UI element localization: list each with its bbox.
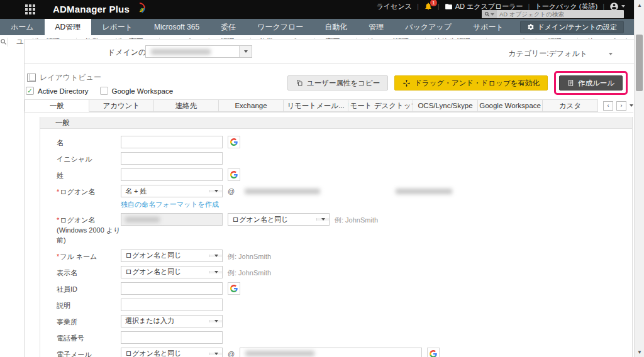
phone-input[interactable] <box>121 331 223 344</box>
general-form: 一般 名 イニシャル 姓 <box>40 117 633 357</box>
chevron-down-icon <box>316 218 329 221</box>
tab-ocs-lync-skype[interactable]: OCS/Lync/Skype <box>413 99 478 112</box>
field-label: 事業所 <box>57 317 121 327</box>
field-label: イニシャル <box>57 155 121 165</box>
field-label: 名 <box>57 138 121 148</box>
upn-domain-select[interactable] <box>240 185 506 197</box>
google-sync-icon <box>427 348 440 357</box>
google-workspace-checkbox[interactable]: Google Workspace <box>100 87 174 95</box>
copy-user-attributes-button[interactable]: ユーザー属性をコピー <box>287 75 388 91</box>
field-email: 電子メール ログオン名と同じ @ <box>57 348 632 357</box>
display-name-format-select[interactable]: ログオン名と同じ <box>121 266 223 278</box>
ad-object-search[interactable] <box>482 10 624 18</box>
search-icon[interactable] <box>482 10 497 18</box>
checkbox-checked-icon: ✓ <box>26 87 34 95</box>
field-first-name: 名 <box>57 136 632 148</box>
domain-tenant-settings-button[interactable]: ドメイン/テナントの設定 <box>520 21 624 33</box>
separator: | <box>602 3 604 10</box>
tab-google-workspace[interactable]: Google Workspace <box>478 99 543 112</box>
tab-admin[interactable]: 管理 <box>358 19 394 35</box>
google-workspace-label: Google Workspace <box>112 87 174 95</box>
tab-scroll-left-button[interactable]: ‹ <box>603 101 613 111</box>
notification-badge: 1 <box>430 0 437 6</box>
redacted-value <box>245 189 320 194</box>
redacted-value <box>396 189 452 194</box>
tab-general[interactable]: 一般 <box>25 99 89 112</box>
tab-reports[interactable]: レポート <box>91 19 143 35</box>
create-naming-format-link[interactable]: 独自の命名フォーマットを作成 <box>121 200 506 209</box>
field-label: ログオン名 <box>60 188 95 195</box>
email-domain-input[interactable] <box>240 348 422 357</box>
field-label: 姓 <box>57 171 121 181</box>
pre2000-logon-input[interactable] <box>121 213 223 226</box>
app-window: ▲ ▼ ADManager Plus ライセンス | 1 | <box>0 0 644 357</box>
required-mark: * <box>57 188 59 195</box>
field-office: 事業所 選択または入力 <box>57 315 632 327</box>
tab-list-dropdown-icon[interactable] <box>630 104 633 107</box>
layout-view-toggle[interactable]: レイアウトビュー <box>27 72 101 83</box>
tab-remote-mail[interactable]: リモートメール... <box>284 99 348 112</box>
creation-rules-button[interactable]: 作成ルール <box>559 75 623 91</box>
employee-id-input[interactable] <box>121 282 223 295</box>
tab-microsoft-365[interactable]: Microsoft 365 <box>143 19 210 35</box>
vertical-scrollbar[interactable]: ▲ ▼ <box>634 0 644 357</box>
settings-button-label: ドメイン/テナントの設定 <box>538 23 617 32</box>
tab-backup[interactable]: バックアップ <box>394 19 462 35</box>
tab-exchange[interactable]: Exchange <box>219 99 284 112</box>
field-label: 電子メール <box>57 350 121 357</box>
document-icon <box>567 79 574 87</box>
google-sync-icon <box>228 136 240 148</box>
menu-search-icon[interactable] <box>0 38 8 47</box>
select-value: ログオン名と同じ <box>121 267 182 277</box>
field-label: ログオン名 (Windows 2000 より前) <box>57 216 120 244</box>
full-name-format-select[interactable]: ログオン名と同じ <box>121 250 223 262</box>
notifications-button[interactable]: 1 <box>424 2 433 11</box>
apps-grid-icon[interactable] <box>25 4 36 15</box>
scroll-up-arrow-icon[interactable]: ▲ <box>635 0 644 10</box>
office-select[interactable]: 選択または入力 <box>121 315 223 327</box>
category-selector[interactable]: カテゴリー:デフォルト <box>508 48 613 59</box>
initials-input[interactable] <box>121 152 223 165</box>
tab-contact[interactable]: 連絡先 <box>154 99 219 112</box>
tab-workflow[interactable]: ワークフロー <box>247 19 314 35</box>
select-value: ログオン名と同じ <box>121 349 182 357</box>
first-name-input[interactable] <box>121 136 223 148</box>
enable-drag-and-drop-button[interactable]: ドラッグ・アンド・ドロップを有効化 <box>394 75 548 91</box>
active-directory-label: Active Directory <box>38 87 89 95</box>
field-last-name: 姓 <box>57 168 632 181</box>
description-input[interactable] <box>121 299 223 311</box>
scroll-down-arrow-icon[interactable]: ▼ <box>635 347 644 357</box>
search-input[interactable] <box>497 10 624 18</box>
at-sign: @ <box>228 348 235 357</box>
tab-custom[interactable]: カスタ <box>543 99 598 112</box>
directory-checkboxes: ✓ Active Directory Google Workspace <box>26 87 173 95</box>
tab-automation[interactable]: 自動化 <box>314 19 358 35</box>
category-label: カテゴリー:デフォルト <box>508 48 587 59</box>
domain-select-dropdown[interactable] <box>145 45 252 58</box>
field-label: 説明 <box>57 301 121 311</box>
pre2000-format-select[interactable]: ログオン名と同じ <box>228 213 330 226</box>
email-format-select[interactable]: ログオン名と同じ <box>121 348 223 357</box>
field-label: フル ネーム <box>60 253 97 260</box>
active-directory-checkbox[interactable]: ✓ Active Directory <box>26 87 89 95</box>
tab-ad-management[interactable]: AD管理 <box>45 19 92 35</box>
last-name-input[interactable] <box>121 168 223 181</box>
redacted-value <box>125 217 160 222</box>
tab-delegation[interactable]: 委任 <box>210 19 247 35</box>
tab-scroll-right-button[interactable]: › <box>616 101 626 111</box>
content-panel: ドメインの選択 カテゴリー:デフォルト レイアウトビュー ✓ Active Di… <box>24 39 634 357</box>
tab-remote-desktop[interactable]: リモート デスクトップ <box>348 99 413 112</box>
scrollbar-thumb[interactable] <box>636 35 643 91</box>
topbar-links: ライセンス | 1 | AD エクスプローラー | トークバック (英語) | <box>377 0 625 10</box>
field-logon-name: *ログオン名 名 + 姓 @ <box>57 185 632 209</box>
logon-name-format-select[interactable]: 名 + 姓 <box>121 185 223 197</box>
license-link[interactable]: ライセンス <box>377 2 412 11</box>
tab-account[interactable]: アカウント <box>89 99 154 112</box>
tab-home[interactable]: ホーム <box>0 19 45 35</box>
separator: | <box>417 3 419 10</box>
rule-button-label: 作成ルール <box>578 79 614 88</box>
at-sign: @ <box>228 185 235 197</box>
tab-support[interactable]: サポート <box>462 19 514 35</box>
main-navigation: ホーム AD管理 レポート Microsoft 365 委任 ワークフロー 自動… <box>0 19 634 35</box>
attribute-tabs: 一般 アカウント 連絡先 Exchange リモートメール... リモート デス… <box>25 99 633 112</box>
